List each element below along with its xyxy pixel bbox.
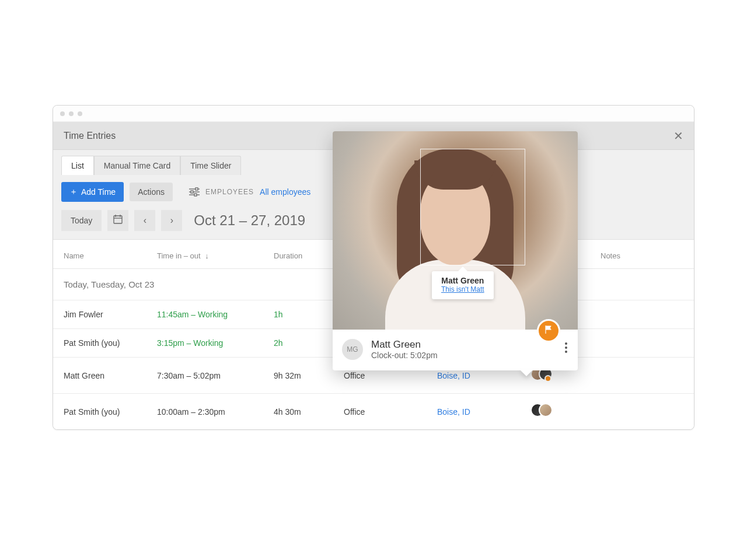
calendar-icon xyxy=(113,215,123,226)
add-time-label: Add Time xyxy=(81,187,116,197)
prev-week-button[interactable]: ‹ xyxy=(134,210,155,231)
tab-list[interactable]: List xyxy=(61,156,94,175)
plus-icon: ＋ xyxy=(69,187,78,197)
svg-rect-4 xyxy=(191,191,193,193)
cell-duration: 9h 32m xyxy=(274,371,344,380)
employees-filter-label: EMPLOYEES xyxy=(205,188,254,196)
popover-person-name: Matt Green xyxy=(371,339,438,351)
close-icon[interactable]: ✕ xyxy=(673,130,683,142)
tab-time-slider[interactable]: Time Slider xyxy=(180,156,241,175)
cell-location[interactable]: Boise, ID xyxy=(437,371,530,380)
svg-rect-6 xyxy=(114,216,122,223)
svg-rect-3 xyxy=(196,188,198,190)
cell-time: 11:45am – Working xyxy=(157,310,274,319)
popover-pointer xyxy=(519,369,533,376)
col-notes[interactable]: Notes xyxy=(601,251,683,260)
sort-desc-icon: ↓ xyxy=(205,251,209,260)
date-range-label: Oct 21 – 27, 2019 xyxy=(194,212,305,229)
col-name[interactable]: Name xyxy=(64,251,157,260)
clock-photo: Matt Green This isn't Matt xyxy=(333,131,578,330)
add-time-button[interactable]: ＋ Add Time xyxy=(61,182,124,202)
traffic-light-close[interactable] xyxy=(60,111,65,116)
today-button[interactable]: Today xyxy=(61,210,102,231)
calendar-button[interactable] xyxy=(107,210,128,231)
next-week-button[interactable]: › xyxy=(161,210,182,231)
clock-event-popover: Matt Green This isn't Matt MG Matt Green… xyxy=(333,131,578,370)
window-titlebar xyxy=(53,106,694,122)
avatar-initials: MG xyxy=(342,339,363,360)
page-title: Time Entries xyxy=(64,131,116,141)
flag-indicator-icon xyxy=(544,375,551,382)
more-menu-button[interactable] xyxy=(565,342,567,353)
not-this-person-link[interactable]: This isn't Matt xyxy=(441,285,484,293)
traffic-light-min[interactable] xyxy=(69,111,74,116)
employees-filter-value[interactable]: All employees xyxy=(260,187,310,197)
popover-event-detail: Clock-out: 5:02pm xyxy=(371,351,438,360)
cell-name: Jim Fowler xyxy=(64,310,157,319)
cell-duration: 4h 30m xyxy=(274,407,344,416)
avatar xyxy=(539,403,553,417)
cell-name: Matt Green xyxy=(64,371,157,380)
face-detect-box xyxy=(420,149,525,265)
actions-label: Actions xyxy=(138,187,165,197)
cell-name: Pat Smith (you) xyxy=(64,338,157,348)
flag-icon xyxy=(544,325,553,337)
cell-time: 7:30am – 5:02pm xyxy=(157,371,274,380)
traffic-light-max[interactable] xyxy=(78,111,82,116)
cell-job: Office xyxy=(344,407,437,416)
svg-rect-5 xyxy=(194,194,197,196)
table-row[interactable]: Pat Smith (you) 10:00am – 2:30pm 4h 30m … xyxy=(53,394,694,429)
filter-sliders-icon[interactable] xyxy=(189,187,200,197)
chevron-left-icon: ‹ xyxy=(144,215,146,226)
cell-photos[interactable] xyxy=(530,403,601,420)
actions-button[interactable]: Actions xyxy=(130,183,173,201)
cell-time: 10:00am – 2:30pm xyxy=(157,407,274,416)
cell-job: Office xyxy=(344,371,437,380)
face-id-tooltip: Matt Green This isn't Matt xyxy=(432,271,494,299)
col-time[interactable]: Time in – out ↓ xyxy=(157,251,274,260)
flag-badge[interactable] xyxy=(537,319,560,342)
tab-manual-time-card[interactable]: Manual Time Card xyxy=(94,156,180,175)
detected-name: Matt Green xyxy=(441,276,484,285)
chevron-right-icon: › xyxy=(170,215,173,226)
photo-pair-icon[interactable] xyxy=(530,403,554,418)
cell-time: 3:15pm – Working xyxy=(157,338,274,348)
cell-location[interactable]: Boise, ID xyxy=(437,407,530,416)
cell-name: Pat Smith (you) xyxy=(64,407,157,416)
